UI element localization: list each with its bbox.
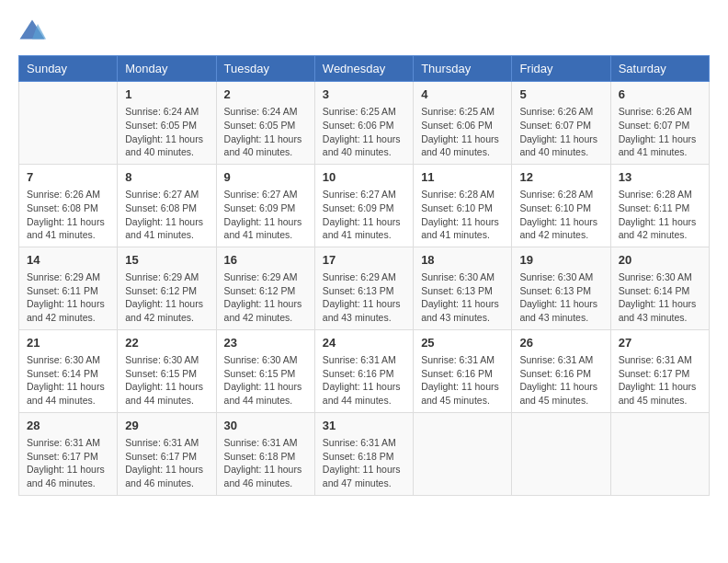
day-info: Sunrise: 6:25 AM Sunset: 6:06 PM Dayligh… bbox=[421, 105, 504, 159]
calendar-cell: 19Sunrise: 6:30 AM Sunset: 6:13 PM Dayli… bbox=[512, 247, 610, 329]
day-info: Sunrise: 6:26 AM Sunset: 6:08 PM Dayligh… bbox=[27, 188, 109, 242]
day-info: Sunrise: 6:24 AM Sunset: 6:05 PM Dayligh… bbox=[224, 105, 307, 159]
day-info: Sunrise: 6:31 AM Sunset: 6:16 PM Dayligh… bbox=[421, 353, 504, 408]
day-info: Sunrise: 6:30 AM Sunset: 6:15 PM Dayligh… bbox=[224, 353, 307, 408]
logo-icon bbox=[18, 18, 46, 46]
calendar-week-row: 21Sunrise: 6:30 AM Sunset: 6:14 PM Dayli… bbox=[19, 329, 710, 412]
day-info: Sunrise: 6:31 AM Sunset: 6:16 PM Dayligh… bbox=[519, 353, 602, 408]
calendar-cell: 15Sunrise: 6:29 AM Sunset: 6:12 PM Dayli… bbox=[118, 247, 216, 329]
calendar-cell: 4Sunrise: 6:25 AM Sunset: 6:06 PM Daylig… bbox=[414, 82, 512, 165]
calendar-cell: 23Sunrise: 6:30 AM Sunset: 6:15 PM Dayli… bbox=[216, 329, 314, 412]
day-number: 25 bbox=[421, 335, 504, 351]
calendar-cell: 5Sunrise: 6:26 AM Sunset: 6:07 PM Daylig… bbox=[512, 82, 610, 165]
day-number: 28 bbox=[27, 418, 109, 434]
day-number: 19 bbox=[519, 252, 602, 269]
day-number: 26 bbox=[519, 335, 602, 351]
day-number: 23 bbox=[224, 335, 307, 351]
day-info: Sunrise: 6:31 AM Sunset: 6:17 PM Dayligh… bbox=[27, 436, 109, 490]
weekday-header-row: SundayMondayTuesdayWednesdayThursdayFrid… bbox=[19, 56, 710, 82]
calendar-cell: 30Sunrise: 6:31 AM Sunset: 6:18 PM Dayli… bbox=[216, 412, 314, 495]
calendar-cell bbox=[19, 82, 118, 165]
day-info: Sunrise: 6:27 AM Sunset: 6:09 PM Dayligh… bbox=[224, 188, 307, 242]
day-number: 17 bbox=[323, 252, 405, 269]
weekday-header-monday: Monday bbox=[118, 56, 216, 82]
weekday-header-tuesday: Tuesday bbox=[216, 56, 314, 82]
day-number: 6 bbox=[619, 86, 701, 103]
day-number: 14 bbox=[27, 252, 109, 269]
day-number: 2 bbox=[224, 86, 307, 103]
day-number: 22 bbox=[125, 335, 208, 351]
day-number: 5 bbox=[519, 86, 602, 103]
day-info: Sunrise: 6:25 AM Sunset: 6:06 PM Dayligh… bbox=[323, 105, 405, 159]
day-info: Sunrise: 6:27 AM Sunset: 6:09 PM Dayligh… bbox=[323, 188, 405, 242]
calendar-cell: 20Sunrise: 6:30 AM Sunset: 6:14 PM Dayli… bbox=[610, 247, 709, 329]
calendar-cell: 14Sunrise: 6:29 AM Sunset: 6:11 PM Dayli… bbox=[19, 247, 118, 329]
day-number: 24 bbox=[323, 335, 405, 351]
day-info: Sunrise: 6:26 AM Sunset: 6:07 PM Dayligh… bbox=[619, 105, 701, 159]
day-number: 13 bbox=[619, 169, 701, 186]
calendar-cell: 31Sunrise: 6:31 AM Sunset: 6:18 PM Dayli… bbox=[314, 412, 413, 495]
calendar-cell: 18Sunrise: 6:30 AM Sunset: 6:13 PM Dayli… bbox=[414, 247, 512, 329]
day-info: Sunrise: 6:30 AM Sunset: 6:14 PM Dayligh… bbox=[619, 270, 701, 325]
day-info: Sunrise: 6:30 AM Sunset: 6:14 PM Dayligh… bbox=[27, 353, 109, 408]
logo bbox=[18, 18, 50, 46]
weekday-header-wednesday: Wednesday bbox=[314, 56, 413, 82]
day-number: 21 bbox=[27, 335, 109, 351]
calendar-cell: 13Sunrise: 6:28 AM Sunset: 6:11 PM Dayli… bbox=[610, 164, 709, 247]
day-info: Sunrise: 6:26 AM Sunset: 6:07 PM Dayligh… bbox=[519, 105, 602, 159]
calendar-week-row: 14Sunrise: 6:29 AM Sunset: 6:11 PM Dayli… bbox=[19, 247, 710, 329]
day-info: Sunrise: 6:28 AM Sunset: 6:10 PM Dayligh… bbox=[519, 188, 602, 242]
calendar-cell bbox=[610, 412, 709, 495]
calendar-cell: 26Sunrise: 6:31 AM Sunset: 6:16 PM Dayli… bbox=[512, 329, 610, 412]
calendar-cell: 25Sunrise: 6:31 AM Sunset: 6:16 PM Dayli… bbox=[414, 329, 512, 412]
day-number: 7 bbox=[27, 169, 109, 186]
calendar-cell: 17Sunrise: 6:29 AM Sunset: 6:13 PM Dayli… bbox=[314, 247, 413, 329]
calendar-week-row: 28Sunrise: 6:31 AM Sunset: 6:17 PM Dayli… bbox=[19, 412, 710, 495]
weekday-header-thursday: Thursday bbox=[414, 56, 512, 82]
day-number: 4 bbox=[421, 86, 504, 103]
calendar-cell: 3Sunrise: 6:25 AM Sunset: 6:06 PM Daylig… bbox=[314, 82, 413, 165]
day-number: 16 bbox=[224, 252, 307, 269]
calendar-cell: 16Sunrise: 6:29 AM Sunset: 6:12 PM Dayli… bbox=[216, 247, 314, 329]
day-number: 27 bbox=[619, 335, 701, 351]
weekday-header-friday: Friday bbox=[512, 56, 610, 82]
calendar-cell: 21Sunrise: 6:30 AM Sunset: 6:14 PM Dayli… bbox=[19, 329, 118, 412]
day-number: 15 bbox=[125, 252, 208, 269]
day-info: Sunrise: 6:29 AM Sunset: 6:12 PM Dayligh… bbox=[125, 270, 208, 325]
day-info: Sunrise: 6:29 AM Sunset: 6:12 PM Dayligh… bbox=[224, 270, 307, 325]
weekday-header-saturday: Saturday bbox=[610, 56, 709, 82]
calendar-cell: 12Sunrise: 6:28 AM Sunset: 6:10 PM Dayli… bbox=[512, 164, 610, 247]
calendar-week-row: 1Sunrise: 6:24 AM Sunset: 6:05 PM Daylig… bbox=[19, 82, 710, 165]
calendar-cell: 22Sunrise: 6:30 AM Sunset: 6:15 PM Dayli… bbox=[118, 329, 216, 412]
day-info: Sunrise: 6:31 AM Sunset: 6:18 PM Dayligh… bbox=[323, 436, 405, 490]
day-number: 30 bbox=[224, 418, 307, 434]
calendar-cell: 7Sunrise: 6:26 AM Sunset: 6:08 PM Daylig… bbox=[19, 164, 118, 247]
day-info: Sunrise: 6:30 AM Sunset: 6:13 PM Dayligh… bbox=[421, 270, 504, 325]
day-info: Sunrise: 6:31 AM Sunset: 6:17 PM Dayligh… bbox=[125, 436, 208, 490]
day-number: 1 bbox=[125, 86, 208, 103]
day-info: Sunrise: 6:30 AM Sunset: 6:13 PM Dayligh… bbox=[519, 270, 602, 325]
day-number: 12 bbox=[519, 169, 602, 186]
calendar-cell: 6Sunrise: 6:26 AM Sunset: 6:07 PM Daylig… bbox=[610, 82, 709, 165]
day-info: Sunrise: 6:31 AM Sunset: 6:17 PM Dayligh… bbox=[619, 353, 701, 408]
calendar-cell: 1Sunrise: 6:24 AM Sunset: 6:05 PM Daylig… bbox=[118, 82, 216, 165]
day-number: 3 bbox=[323, 86, 405, 103]
day-info: Sunrise: 6:24 AM Sunset: 6:05 PM Dayligh… bbox=[125, 105, 208, 159]
calendar-week-row: 7Sunrise: 6:26 AM Sunset: 6:08 PM Daylig… bbox=[19, 164, 710, 247]
day-info: Sunrise: 6:29 AM Sunset: 6:13 PM Dayligh… bbox=[323, 270, 405, 325]
calendar-table: SundayMondayTuesdayWednesdayThursdayFrid… bbox=[18, 55, 710, 496]
calendar-cell: 2Sunrise: 6:24 AM Sunset: 6:05 PM Daylig… bbox=[216, 82, 314, 165]
calendar-cell: 11Sunrise: 6:28 AM Sunset: 6:10 PM Dayli… bbox=[414, 164, 512, 247]
day-number: 9 bbox=[224, 169, 307, 186]
day-info: Sunrise: 6:27 AM Sunset: 6:08 PM Dayligh… bbox=[125, 188, 208, 242]
calendar-cell: 28Sunrise: 6:31 AM Sunset: 6:17 PM Dayli… bbox=[19, 412, 118, 495]
calendar-cell: 24Sunrise: 6:31 AM Sunset: 6:16 PM Dayli… bbox=[314, 329, 413, 412]
day-number: 8 bbox=[125, 169, 208, 186]
day-number: 18 bbox=[421, 252, 504, 269]
calendar-cell: 10Sunrise: 6:27 AM Sunset: 6:09 PM Dayli… bbox=[314, 164, 413, 247]
day-number: 11 bbox=[421, 169, 504, 186]
day-info: Sunrise: 6:28 AM Sunset: 6:10 PM Dayligh… bbox=[421, 188, 504, 242]
calendar-cell: 27Sunrise: 6:31 AM Sunset: 6:17 PM Dayli… bbox=[610, 329, 709, 412]
day-number: 20 bbox=[619, 252, 701, 269]
day-info: Sunrise: 6:29 AM Sunset: 6:11 PM Dayligh… bbox=[27, 270, 109, 325]
